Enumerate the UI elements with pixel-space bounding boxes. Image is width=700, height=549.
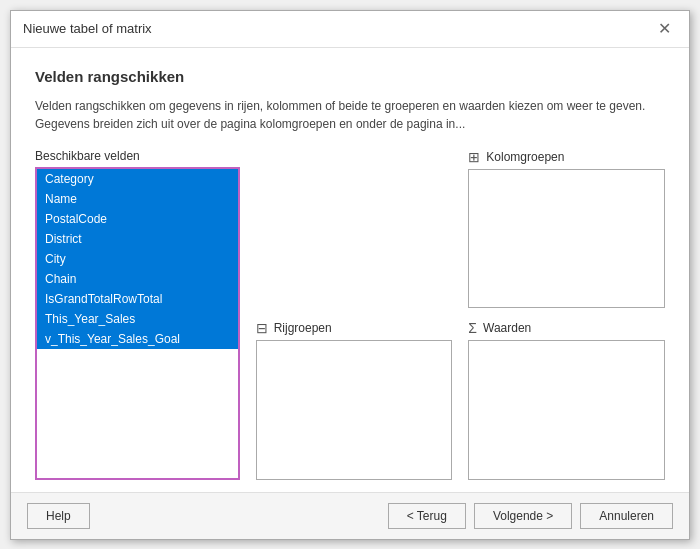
row-groups-dropzone[interactable] xyxy=(256,340,453,480)
footer-right: < Terug Volgende > Annuleren xyxy=(388,503,673,529)
list-item[interactable]: Category xyxy=(37,169,238,189)
dialog-title: Nieuwe tabel of matrix xyxy=(23,21,152,36)
dialog-body: Velden rangschikken Velden rangschikken … xyxy=(11,48,689,492)
right-panels: ⊞ Kolomgroepen ⊟ Rijgroepen xyxy=(256,149,665,480)
list-item[interactable]: District xyxy=(37,229,238,249)
column-groups-label: Kolomgroepen xyxy=(486,150,564,164)
list-item[interactable]: v_This_Year_Sales_Goal xyxy=(37,329,238,349)
column-groups-dropzone[interactable] xyxy=(468,169,665,309)
section-title: Velden rangschikken xyxy=(35,68,665,85)
help-button[interactable]: Help xyxy=(27,503,90,529)
spacer-panel xyxy=(256,149,453,309)
available-fields-label: Beschikbare velden xyxy=(35,149,240,163)
column-groups-header: ⊞ Kolomgroepen xyxy=(468,149,665,165)
footer: Help < Terug Volgende > Annuleren xyxy=(11,492,689,539)
next-button[interactable]: Volgende > xyxy=(474,503,572,529)
back-button[interactable]: < Terug xyxy=(388,503,466,529)
close-button[interactable]: ✕ xyxy=(652,19,677,39)
description-text: Velden rangschikken om gegevens in rijen… xyxy=(35,97,665,133)
row-groups-label: Rijgroepen xyxy=(274,321,332,335)
values-panel: Σ Waarden xyxy=(468,320,665,480)
list-item[interactable]: This_Year_Sales xyxy=(37,309,238,329)
column-groups-icon: ⊞ xyxy=(468,149,480,165)
top-row: ⊞ Kolomgroepen xyxy=(256,149,665,309)
list-item[interactable]: City xyxy=(37,249,238,269)
list-item[interactable]: Name xyxy=(37,189,238,209)
row-groups-icon: ⊟ xyxy=(256,320,268,336)
values-label: Waarden xyxy=(483,321,531,335)
available-fields-panel: Beschikbare velden CategoryNamePostalCod… xyxy=(35,149,240,480)
available-fields-list[interactable]: CategoryNamePostalCodeDistrictCityChainI… xyxy=(35,167,240,480)
row-groups-header: ⊟ Rijgroepen xyxy=(256,320,453,336)
values-header: Σ Waarden xyxy=(468,320,665,336)
values-dropzone[interactable] xyxy=(468,340,665,480)
footer-left: Help xyxy=(27,503,90,529)
cancel-button[interactable]: Annuleren xyxy=(580,503,673,529)
list-item[interactable]: IsGrandTotalRowTotal xyxy=(37,289,238,309)
dialog: Nieuwe tabel of matrix ✕ Velden rangschi… xyxy=(10,10,690,540)
column-groups-panel: ⊞ Kolomgroepen xyxy=(468,149,665,309)
list-item[interactable]: Chain xyxy=(37,269,238,289)
values-icon: Σ xyxy=(468,320,477,336)
fields-area: Beschikbare velden CategoryNamePostalCod… xyxy=(35,149,665,480)
bottom-row: ⊟ Rijgroepen Σ Waarden xyxy=(256,320,665,480)
row-groups-panel: ⊟ Rijgroepen xyxy=(256,320,453,480)
list-item[interactable]: PostalCode xyxy=(37,209,238,229)
title-bar: Nieuwe tabel of matrix ✕ xyxy=(11,11,689,48)
